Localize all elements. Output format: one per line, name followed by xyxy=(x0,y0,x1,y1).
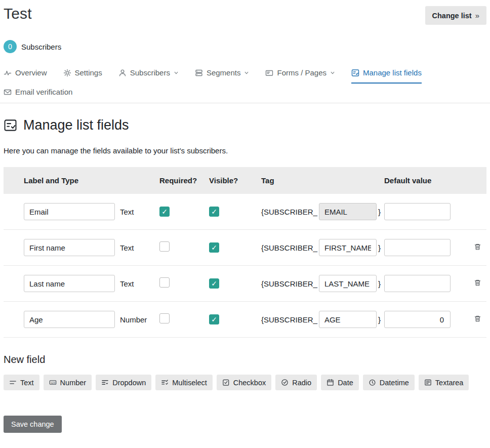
chevron-down-icon xyxy=(330,70,335,75)
visible-checkbox[interactable] xyxy=(209,314,219,324)
default-value-input[interactable] xyxy=(384,311,451,328)
tag-prefix: {SUBSCRIBER_ xyxy=(261,279,317,288)
subscribers-icon xyxy=(118,69,127,77)
nav-tab-manage-list-fields[interactable]: Manage list fields xyxy=(351,68,422,84)
email-icon xyxy=(4,88,12,96)
col-header-default: Default value xyxy=(384,176,468,185)
col-header-required: Required? xyxy=(159,176,209,185)
table-row: Number {SUBSCRIBER_ } xyxy=(4,302,486,338)
list-nav: Overview Settings Subscribers Segments F… xyxy=(4,68,486,103)
subscriber-count-badge: 0 xyxy=(4,40,17,53)
change-list-label: Change list xyxy=(432,12,472,20)
col-header-visible: Visible? xyxy=(209,176,261,185)
add-number-field-button[interactable]: 123 Number xyxy=(44,375,92,390)
field-label-input[interactable] xyxy=(24,239,115,256)
nav-tab-forms-pages[interactable]: Forms / Pages xyxy=(265,68,335,84)
field-label-input[interactable] xyxy=(24,275,115,292)
visible-checkbox[interactable] xyxy=(209,242,219,253)
add-checkbox-field-button[interactable]: Checkbox xyxy=(217,375,271,390)
nav-tab-settings[interactable]: Settings xyxy=(63,68,102,84)
delete-field-button[interactable] xyxy=(473,242,482,253)
required-checkbox[interactable] xyxy=(159,313,170,323)
multiselect-icon xyxy=(161,379,169,386)
tag-prefix: {SUBSCRIBER_ xyxy=(261,315,317,324)
add-datetime-field-button[interactable]: Datetime xyxy=(363,375,415,390)
tag-prefix: {SUBSCRIBER_ xyxy=(261,208,317,216)
new-field-buttons: Text 123 Number Dropdown Multiselect Che… xyxy=(4,375,486,390)
required-checkbox[interactable] xyxy=(159,277,170,288)
required-checkbox[interactable] xyxy=(159,207,170,217)
section-title: Manage list fields xyxy=(23,117,129,133)
table-row: Text {SUBSCRIBER_ } xyxy=(4,266,486,302)
section-description: Here you can manage the fields available… xyxy=(4,146,486,155)
save-change-button[interactable]: Save change xyxy=(4,416,62,433)
segments-icon xyxy=(195,69,203,77)
table-header-row: Label and Type Required? Visible? Tag De… xyxy=(4,167,486,194)
tag-suffix: } xyxy=(378,208,381,216)
field-type-label: Text xyxy=(120,243,134,252)
number-icon: 123 xyxy=(49,379,57,386)
field-type-label: Text xyxy=(120,279,134,288)
page-header: Test Change list » xyxy=(4,5,486,25)
tag-input[interactable] xyxy=(319,203,377,220)
manage-fields-icon xyxy=(351,69,359,77)
new-field-title: New field xyxy=(4,354,486,365)
page-title: Test xyxy=(4,5,32,22)
nav-tab-email-verification[interactable]: Email verification xyxy=(4,88,72,103)
checkbox-icon xyxy=(222,379,230,386)
change-list-button[interactable]: Change list » xyxy=(425,6,487,25)
datetime-icon xyxy=(369,379,376,386)
radio-icon xyxy=(281,379,289,386)
add-radio-field-button[interactable]: Radio xyxy=(275,375,317,390)
overview-icon xyxy=(4,69,12,77)
tag-suffix: } xyxy=(378,243,381,252)
delete-field-button[interactable] xyxy=(473,314,482,325)
svg-text:123: 123 xyxy=(51,381,55,384)
field-type-label: Text xyxy=(120,208,134,216)
nav-tab-subscribers[interactable]: Subscribers xyxy=(118,68,179,84)
table-row: Text {SUBSCRIBER_ } xyxy=(4,230,486,266)
delete-field-button[interactable] xyxy=(473,278,482,289)
tag-suffix: } xyxy=(378,315,381,324)
default-value-input[interactable] xyxy=(384,203,451,220)
nav-divider xyxy=(0,103,490,103)
text-icon xyxy=(9,379,17,386)
tag-prefix: {SUBSCRIBER_ xyxy=(261,243,317,252)
visible-checkbox[interactable] xyxy=(209,207,219,217)
trash-icon xyxy=(474,243,481,251)
tag-suffix: } xyxy=(378,279,381,288)
field-label-input[interactable] xyxy=(24,203,115,220)
double-chevron-icon: » xyxy=(475,11,479,20)
add-textarea-field-button[interactable]: Textarea xyxy=(419,375,469,390)
subscriber-summary: 0 Subscribers xyxy=(4,40,486,53)
dropdown-icon xyxy=(101,379,109,386)
add-text-field-button[interactable]: Text xyxy=(4,375,39,390)
textarea-icon xyxy=(424,379,432,386)
date-icon xyxy=(326,379,334,386)
col-header-label-type: Label and Type xyxy=(24,176,159,185)
nav-tab-segments[interactable]: Segments xyxy=(195,68,250,84)
nav-tab-overview[interactable]: Overview xyxy=(4,68,47,84)
add-date-field-button[interactable]: Date xyxy=(321,375,359,390)
col-header-tag: Tag xyxy=(261,176,384,185)
tag-input[interactable] xyxy=(319,311,377,328)
required-checkbox[interactable] xyxy=(159,241,170,252)
forms-pages-icon xyxy=(265,69,273,77)
tag-input[interactable] xyxy=(319,239,377,256)
default-value-input[interactable] xyxy=(384,275,451,292)
field-label-input[interactable] xyxy=(24,311,115,328)
tag-input[interactable] xyxy=(319,275,377,292)
manage-fields-icon xyxy=(4,118,17,132)
section-heading: Manage list fields xyxy=(4,117,486,133)
chevron-down-icon xyxy=(174,70,179,75)
add-dropdown-field-button[interactable]: Dropdown xyxy=(96,375,151,390)
visible-checkbox[interactable] xyxy=(209,278,219,289)
fields-table: Label and Type Required? Visible? Tag De… xyxy=(4,167,486,338)
settings-icon xyxy=(63,69,71,77)
default-value-input[interactable] xyxy=(384,239,451,256)
trash-icon xyxy=(474,279,481,287)
chevron-down-icon xyxy=(244,70,249,75)
add-multiselect-field-button[interactable]: Multiselect xyxy=(155,375,213,390)
trash-icon xyxy=(474,315,481,322)
list-detail-page: Test Change list » 0 Subscribers Overvie… xyxy=(0,0,490,448)
